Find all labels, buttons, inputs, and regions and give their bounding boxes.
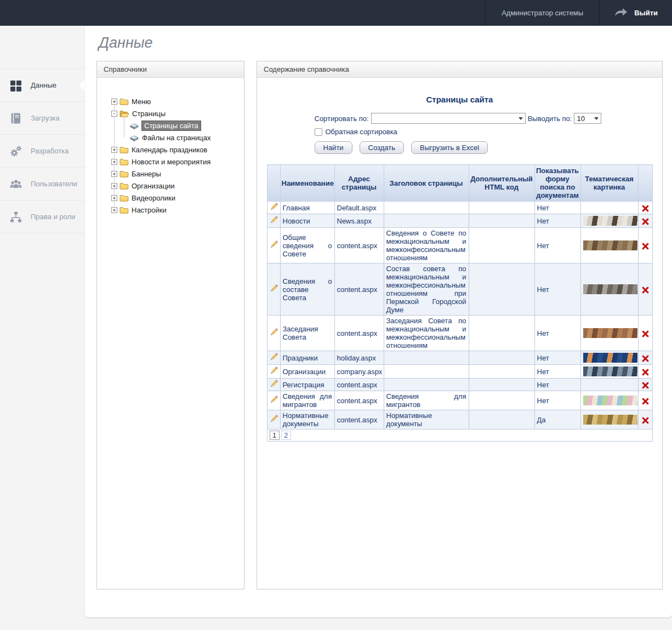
delete-button[interactable] bbox=[642, 243, 649, 250]
pager-row: 12 bbox=[267, 429, 652, 442]
tree-node-label[interactable]: Страницы bbox=[132, 110, 166, 118]
column-header bbox=[638, 165, 652, 202]
expand-icon[interactable]: + bbox=[111, 159, 117, 165]
cell-address: company.aspx bbox=[334, 365, 384, 379]
tree-node-pages[interactable]: -Страницы bbox=[111, 107, 244, 119]
tree-node-site-pages[interactable]: Страницы сайта bbox=[121, 119, 244, 131]
logout-button[interactable]: Выйти bbox=[600, 0, 672, 26]
sidebar-item-label: Права и роли bbox=[31, 213, 75, 221]
tree-node-label[interactable]: Новости и мероприятия bbox=[132, 158, 210, 166]
sidebar-item-label: Данные bbox=[31, 81, 56, 89]
cell-address: content.aspx bbox=[334, 264, 384, 316]
cell-page-title: Заседания Совета по межнациональным и ме… bbox=[384, 316, 469, 351]
cell-search-form: Нет bbox=[534, 316, 580, 351]
delete-button[interactable] bbox=[642, 355, 649, 362]
expand-icon[interactable]: + bbox=[111, 207, 117, 213]
directories-panel-title: Справочники bbox=[97, 61, 244, 78]
delete-button[interactable] bbox=[642, 330, 649, 337]
edit-button[interactable] bbox=[270, 396, 278, 404]
table-row: Сведения для мигрантовcontent.aspxСведен… bbox=[267, 391, 652, 410]
tree-node-videos[interactable]: +Видеоролики bbox=[111, 192, 244, 204]
tree-node-label[interactable]: Календарь праздников bbox=[132, 146, 207, 154]
sort-select[interactable] bbox=[371, 113, 526, 124]
expand-icon[interactable]: + bbox=[111, 195, 117, 201]
folder-icon bbox=[119, 98, 129, 105]
create-button[interactable]: Создать bbox=[360, 141, 404, 154]
reverse-sort-checkbox[interactable] bbox=[315, 128, 322, 136]
tree-node-label[interactable]: Страницы сайта bbox=[141, 121, 201, 131]
directory-content-panel: Содержание справочника Страницы сайта Со… bbox=[257, 61, 663, 589]
export-button[interactable]: Выгрузить в Excel bbox=[411, 141, 488, 154]
tree-node-holidays-calendar[interactable]: +Календарь праздников bbox=[111, 144, 244, 156]
delete-button[interactable] bbox=[642, 287, 649, 294]
tree-node-label[interactable]: Организации bbox=[132, 182, 175, 190]
cell-html bbox=[469, 316, 534, 351]
cell-search-form: Нет bbox=[534, 365, 580, 379]
tree-node-banners[interactable]: +Баннеры bbox=[111, 168, 244, 180]
tree-node-page-files[interactable]: Файлы на страницах bbox=[121, 131, 244, 144]
main-content: Данные Справочники +Меню-СтраницыСтраниц… bbox=[85, 26, 672, 617]
tree-node-settings[interactable]: +Настройки bbox=[111, 204, 244, 216]
cell-page-title: Состав совета по межнациональным и межко… bbox=[384, 264, 469, 316]
tree-node-label[interactable]: Баннеры bbox=[132, 170, 161, 178]
current-user-label: Администратор системы bbox=[502, 9, 583, 17]
tree-node-organizations[interactable]: +Организации bbox=[111, 180, 244, 192]
edit-button[interactable] bbox=[270, 216, 278, 224]
edit-button[interactable] bbox=[270, 353, 278, 361]
column-header: Наименование bbox=[280, 165, 334, 202]
cell-address: content.aspx bbox=[334, 228, 384, 264]
cell-name: Регистрация bbox=[280, 379, 334, 391]
edit-button[interactable] bbox=[270, 328, 278, 336]
tree-node-menu[interactable]: +Меню bbox=[111, 95, 244, 107]
sort-row: Сортировать по: Выводить по: 10 bbox=[315, 113, 605, 124]
edit-button[interactable] bbox=[270, 284, 278, 293]
delete-button[interactable] bbox=[642, 398, 649, 405]
delete-button[interactable] bbox=[642, 369, 649, 376]
edit-button[interactable] bbox=[270, 380, 278, 388]
find-button[interactable]: Найти bbox=[315, 141, 352, 154]
cell-name: Общие сведения о Совете bbox=[280, 228, 334, 264]
current-user-button[interactable]: Администратор системы bbox=[485, 0, 600, 26]
tree-node-label[interactable]: Файлы на страницах bbox=[142, 134, 210, 142]
table-row: Заседания Советаcontent.aspxЗаседания Со… bbox=[267, 316, 652, 351]
cell-search-form: Нет bbox=[534, 391, 580, 410]
thematic-image bbox=[583, 415, 637, 425]
cell-name: Нормативные документы bbox=[280, 410, 334, 429]
cell-html bbox=[469, 264, 534, 316]
tree-node-label[interactable]: Меню bbox=[132, 98, 151, 106]
delete-button[interactable] bbox=[642, 417, 649, 424]
tree-node-label[interactable]: Видеоролики bbox=[132, 194, 175, 202]
cell-image bbox=[580, 410, 638, 429]
page-size-select[interactable]: 10 bbox=[574, 113, 601, 124]
delete-button[interactable] bbox=[642, 205, 649, 212]
sidebar-item-rights[interactable]: Права и роли bbox=[0, 201, 85, 233]
cell-search-form: Нет bbox=[534, 228, 580, 264]
expand-icon[interactable]: + bbox=[111, 171, 117, 177]
thematic-image bbox=[583, 328, 637, 338]
sitemap-icon bbox=[9, 210, 22, 224]
gears-icon bbox=[9, 145, 22, 158]
edit-button[interactable] bbox=[270, 203, 278, 211]
reverse-sort-label: Обратная сортировка bbox=[326, 128, 397, 136]
tree-node-label[interactable]: Настройки bbox=[132, 206, 167, 214]
thematic-image bbox=[583, 366, 637, 376]
edit-button[interactable] bbox=[270, 366, 278, 375]
column-header: Показывать форму поиска по документам bbox=[534, 165, 580, 202]
expand-icon[interactable]: + bbox=[111, 183, 117, 189]
sidebar-item-upload[interactable]: Загрузка bbox=[0, 102, 85, 135]
delete-button[interactable] bbox=[642, 218, 649, 225]
reverse-sort-row: Обратная сортировка bbox=[315, 128, 605, 136]
cell-name: Праздники bbox=[280, 351, 334, 365]
expand-icon[interactable]: + bbox=[111, 147, 117, 153]
delete-button[interactable] bbox=[642, 382, 649, 389]
edit-button[interactable] bbox=[270, 240, 278, 249]
page-link-2[interactable]: 2 bbox=[281, 431, 291, 440]
collapse-icon[interactable]: - bbox=[111, 111, 117, 117]
sidebar-item-users[interactable]: Пользователи bbox=[0, 168, 85, 201]
cell-name: Сведения для мигрантов bbox=[280, 391, 334, 410]
edit-button[interactable] bbox=[270, 415, 278, 423]
sidebar-item-data[interactable]: Данные bbox=[0, 68, 85, 102]
expand-icon[interactable]: + bbox=[111, 99, 117, 105]
sidebar-item-development[interactable]: Разработка bbox=[0, 135, 85, 168]
tree-node-news-events[interactable]: +Новости и мероприятия bbox=[111, 156, 244, 168]
